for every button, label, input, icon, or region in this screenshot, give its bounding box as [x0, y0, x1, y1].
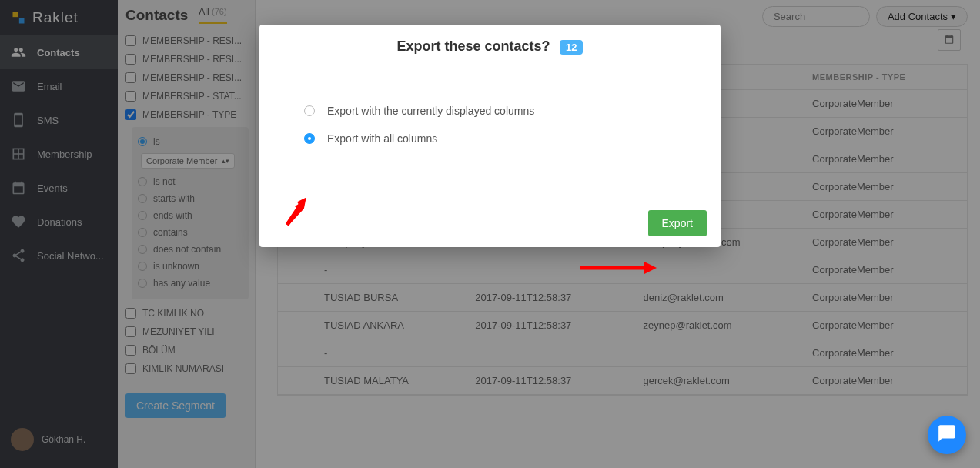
modal-title: Export these contacts? [397, 38, 550, 55]
modal-footer: Export [259, 199, 721, 247]
modal-body: Export with the currently displayed colu… [259, 69, 721, 199]
export-modal: Export these contacts? 12 Export with th… [259, 25, 721, 247]
export-option-all[interactable]: Export with all columns [304, 125, 690, 152]
chat-widget-button[interactable] [928, 416, 966, 454]
chat-icon [937, 423, 957, 446]
export-option-displayed[interactable]: Export with the currently displayed colu… [304, 97, 690, 125]
export-button[interactable]: Export [648, 210, 707, 236]
radio-icon [304, 105, 315, 116]
count-badge: 12 [560, 40, 583, 55]
radio-icon [304, 133, 315, 144]
modal-header: Export these contacts? 12 [259, 25, 721, 69]
